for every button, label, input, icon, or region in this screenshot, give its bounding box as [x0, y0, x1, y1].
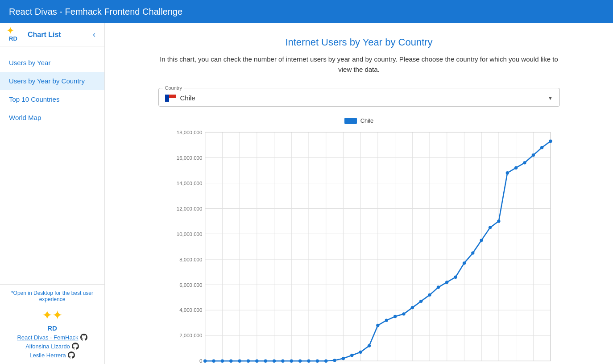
svg-point-96 — [488, 226, 491, 229]
logo-rd-text: RD — [9, 35, 17, 42]
svg-point-67 — [238, 360, 241, 363]
svg-point-76 — [315, 360, 319, 363]
svg-point-74 — [298, 360, 301, 363]
react-divas-link[interactable]: React Divas - FemHack — [17, 334, 87, 341]
svg-point-95 — [480, 239, 483, 242]
svg-point-71 — [272, 360, 275, 363]
github-icon-1 — [72, 343, 79, 350]
footer-logo: ✦✦ RD React Divas - FemHack Alfonsina Li… — [7, 308, 97, 359]
sidebar-item-users-by-year-country[interactable]: Users by Year by Country — [0, 72, 104, 90]
svg-point-80 — [350, 354, 353, 357]
svg-point-84 — [385, 318, 388, 322]
svg-point-92 — [454, 276, 457, 279]
svg-text:8,000,000: 8,000,000 — [179, 257, 202, 262]
footer-stars-icon: ✦✦ — [42, 308, 62, 323]
sidebar-item-world-map[interactable]: World Map — [0, 108, 104, 127]
github-icon-0 — [80, 334, 87, 341]
selected-country-name: Chile — [180, 94, 543, 102]
main-layout: ✦ RD Chart List ‹ Users by Year Users by… — [0, 23, 613, 364]
svg-point-101 — [531, 153, 534, 157]
legend-label: Chile — [360, 117, 374, 124]
svg-point-99 — [514, 166, 517, 170]
sidebar: ✦ RD Chart List ‹ Users by Year Users by… — [0, 23, 105, 364]
svg-text:6,000,000: 6,000,000 — [179, 282, 202, 288]
github-icon-2 — [68, 352, 75, 359]
sidebar-footer: *Open in Desktop for the best user exper… — [0, 284, 104, 364]
footer-rd-text: RD — [47, 324, 57, 332]
svg-point-97 — [497, 219, 500, 223]
svg-point-75 — [307, 360, 310, 363]
chart-legend: Chile — [123, 117, 595, 124]
svg-text:10,000,000: 10,000,000 — [176, 232, 202, 237]
dropdown-arrow-icon: ▼ — [548, 95, 553, 101]
alfonsina-link[interactable]: Alfonsina Lizardo — [25, 343, 79, 350]
leslie-link[interactable]: Leslie Herrera — [29, 352, 75, 359]
sidebar-collapse-button[interactable]: ‹ — [91, 28, 97, 41]
chart-description: In this chart, you can check the number … — [158, 54, 560, 74]
svg-point-73 — [290, 360, 293, 363]
svg-point-89 — [428, 293, 431, 296]
svg-point-90 — [436, 285, 439, 289]
sidebar-header: ✦ RD Chart List ‹ — [0, 23, 104, 46]
app-title: React Divas - Femhack Frontend Challenge — [9, 7, 182, 17]
chart-container: 02,000,0004,000,0006,000,0008,000,00010,… — [158, 128, 560, 364]
svg-point-70 — [264, 360, 267, 363]
svg-point-79 — [341, 357, 344, 360]
svg-point-64 — [212, 360, 215, 363]
chile-flag-icon — [165, 95, 176, 102]
svg-point-81 — [359, 351, 362, 354]
svg-text:14,000,000: 14,000,000 — [176, 181, 202, 186]
line-chart: 02,000,0004,000,0006,000,0008,000,00010,… — [158, 128, 560, 364]
country-fieldset: Country Chile ▼ — [158, 85, 560, 107]
sidebar-item-top-10-countries[interactable]: Top 10 Countries — [0, 90, 104, 108]
country-select-trigger[interactable]: Chile ▼ — [159, 91, 559, 106]
country-label: Country — [163, 85, 184, 91]
svg-point-93 — [462, 261, 465, 265]
svg-point-82 — [367, 344, 370, 347]
svg-point-63 — [203, 360, 206, 363]
svg-text:12,000,000: 12,000,000 — [176, 206, 202, 211]
sidebar-nav: Users by Year Users by Year by Country T… — [0, 46, 104, 284]
svg-text:4,000,000: 4,000,000 — [179, 307, 202, 313]
app-header: React Divas - Femhack Frontend Challenge — [0, 0, 613, 23]
country-selector-wrapper: Country Chile ▼ — [158, 85, 560, 107]
rd-logo: ✦ RD — [7, 27, 23, 43]
svg-point-100 — [523, 161, 526, 164]
svg-text:0: 0 — [199, 358, 202, 364]
svg-point-88 — [419, 300, 422, 303]
svg-point-103 — [549, 140, 552, 143]
sidebar-title: Chart List — [28, 31, 87, 39]
svg-text:18,000,000: 18,000,000 — [176, 130, 202, 135]
svg-point-68 — [246, 360, 249, 363]
svg-point-87 — [410, 306, 414, 309]
svg-point-69 — [255, 360, 258, 363]
page-title: Internet Users by Year by Country — [123, 37, 595, 48]
sidebar-item-users-by-year[interactable]: Users by Year — [0, 54, 104, 72]
chart-svg-wrapper: 02,000,0004,000,0006,000,0008,000,00010,… — [158, 128, 560, 364]
svg-point-65 — [220, 360, 224, 363]
svg-point-85 — [393, 315, 396, 318]
svg-point-72 — [281, 360, 284, 363]
svg-point-78 — [333, 359, 336, 362]
svg-point-102 — [540, 146, 543, 149]
open-desktop-text[interactable]: *Open in Desktop for the best user exper… — [7, 290, 97, 302]
svg-point-86 — [402, 312, 405, 315]
svg-point-77 — [324, 360, 327, 363]
svg-text:16,000,000: 16,000,000 — [176, 155, 202, 161]
legend-swatch — [344, 118, 357, 124]
main-content: Internet Users by Year by Country In thi… — [105, 23, 613, 364]
svg-point-66 — [229, 360, 232, 363]
svg-point-91 — [445, 281, 448, 284]
svg-point-83 — [376, 324, 379, 327]
svg-point-98 — [505, 171, 509, 174]
svg-text:2,000,000: 2,000,000 — [179, 333, 202, 338]
svg-point-94 — [471, 251, 474, 254]
